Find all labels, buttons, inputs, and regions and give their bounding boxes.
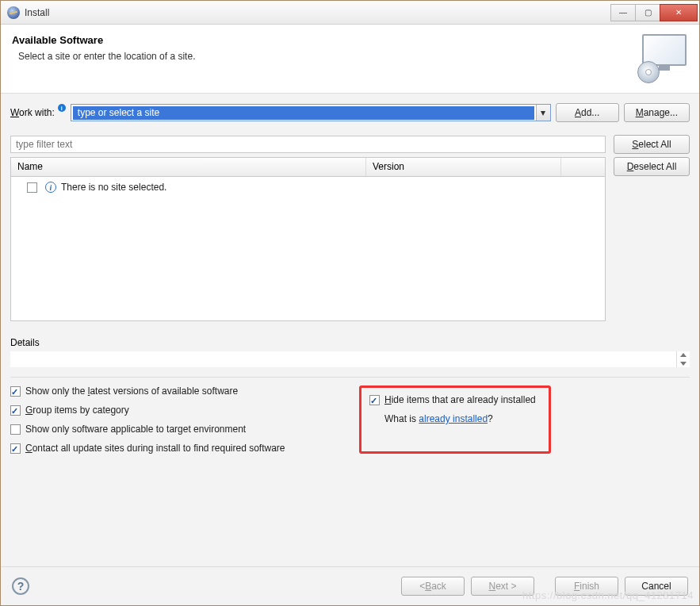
work-with-label: Work with:	[10, 107, 55, 118]
install-dialog: Install — ▢ ✕ Available Software Select …	[0, 0, 700, 606]
select-all-button[interactable]: Select All	[614, 135, 690, 154]
chevron-down-icon[interactable]: ▾	[536, 105, 550, 121]
eclipse-icon	[7, 6, 20, 19]
highlighted-box: Hide items that are already installed Wh…	[359, 385, 551, 454]
checkbox-applicable[interactable]	[10, 424, 21, 435]
empty-message: There is no site selected.	[61, 182, 166, 193]
column-version[interactable]: Version	[366, 158, 561, 176]
work-with-row: Work with: i type or select a site ▾ Add…	[10, 103, 690, 122]
details-stepper[interactable]	[676, 351, 690, 367]
column-spacer	[561, 158, 605, 176]
details-label: Details	[10, 337, 690, 348]
info-badge-icon: i	[58, 104, 66, 112]
tree-empty-row: i There is no site selected.	[16, 180, 600, 194]
dialog-body: Work with: i type or select a site ▾ Add…	[1, 94, 699, 566]
filter-row: Select All	[10, 135, 690, 154]
table-header: Name Version	[10, 157, 606, 176]
checkbox-group[interactable]	[10, 405, 21, 416]
minimize-button[interactable]: —	[610, 4, 636, 21]
close-button[interactable]: ✕	[660, 4, 698, 21]
opt-hide-installed[interactable]: Hide items that are already installed	[369, 394, 536, 405]
whatis-row: What is already installed?	[369, 413, 536, 424]
opt-applicable[interactable]: Show only software applicable to target …	[10, 424, 343, 435]
cancel-button[interactable]: Cancel	[625, 577, 688, 596]
checkbox-hide[interactable]	[369, 395, 380, 405]
software-tree[interactable]: i There is no site selected.	[10, 176, 606, 321]
dialog-header: Available Software Select a site or ente…	[1, 25, 699, 94]
window-title: Install	[25, 7, 611, 18]
page-subtitle: Select a site or enter the location of a…	[12, 51, 641, 62]
info-icon: i	[45, 182, 56, 193]
install-graphic-icon	[641, 34, 688, 82]
next-button[interactable]: Next >	[471, 577, 534, 596]
row-checkbox[interactable]	[27, 182, 37, 193]
work-with-combo[interactable]: type or select a site ▾	[71, 104, 551, 121]
manage-button[interactable]: Manage...	[624, 103, 690, 122]
opt-show-latest[interactable]: Show only the latest versions of availab…	[10, 385, 343, 397]
window-controls: — ▢ ✕	[611, 4, 698, 21]
software-list-area: Name Version i There is no site selected…	[10, 157, 690, 321]
details-box[interactable]	[10, 351, 690, 367]
column-name[interactable]: Name	[11, 158, 366, 176]
opt-contact[interactable]: Contact all update sites during install …	[10, 443, 343, 454]
finish-button[interactable]: Finish	[555, 577, 618, 596]
add-button[interactable]: Add...	[556, 103, 619, 122]
back-button[interactable]: < Back	[401, 577, 465, 596]
divider	[10, 377, 690, 378]
work-with-input[interactable]: type or select a site	[73, 106, 534, 120]
titlebar[interactable]: Install — ▢ ✕	[1, 1, 699, 25]
maximize-button[interactable]: ▢	[635, 4, 660, 21]
checkbox-show-latest[interactable]	[10, 386, 21, 397]
page-title: Available Software	[12, 34, 641, 46]
details-area: Details	[10, 337, 690, 367]
already-installed-link[interactable]: already installed	[419, 413, 488, 424]
options-area: Show only the latest versions of availab…	[10, 385, 690, 462]
deselect-all-button[interactable]: Deselect All	[614, 157, 690, 176]
dialog-footer: ? < Back Next > Finish Cancel	[1, 566, 699, 605]
help-icon[interactable]: ?	[12, 577, 29, 595]
checkbox-contact[interactable]	[10, 443, 21, 454]
filter-input[interactable]	[10, 136, 606, 153]
opt-group-category[interactable]: Group items by category	[10, 405, 343, 416]
